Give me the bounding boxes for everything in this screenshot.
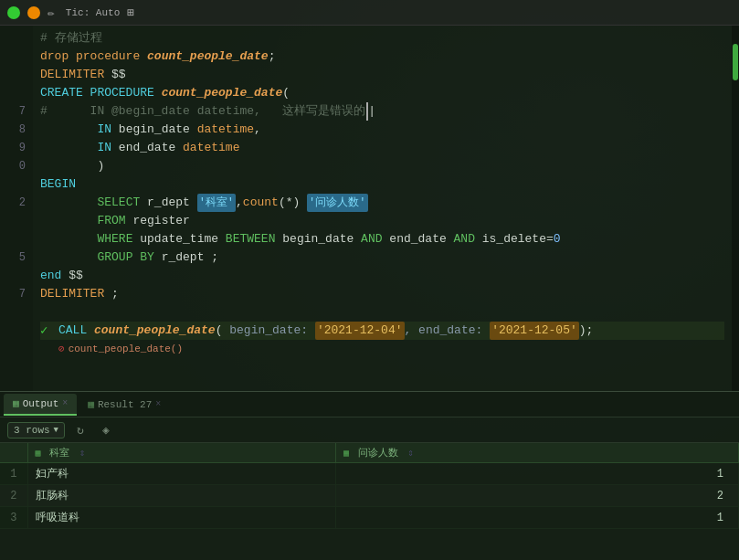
code-line-call: ✓ CALL count_people_date ( begin_date: '… [40, 322, 724, 340]
pin-button[interactable]: ◈ [96, 420, 116, 440]
tab-output-label: Output [23, 398, 59, 409]
error-circle-icon: ⊘ [58, 340, 65, 358]
code-line-drop: drop procedure count_people_date ; [40, 48, 724, 66]
code-line-from: FROM register [40, 212, 724, 230]
row2-dept: 肛肠科 [27, 485, 336, 507]
toolbar-dot-green [7, 6, 20, 19]
code-line-create: CREATE PROCEDURE count_people_date ( [40, 84, 724, 102]
grid-icon[interactable]: ⊞ [127, 5, 134, 20]
row3-num: 3 [0, 507, 27, 529]
scrollbar[interactable] [732, 26, 739, 391]
code-line-param1: IN begin_date datetime , [40, 121, 724, 139]
tab-output-close[interactable]: × [62, 398, 68, 408]
toolbar-title: Tic: Auto [66, 7, 120, 18]
code-line-error: ⊘ count_people_date() [40, 340, 724, 358]
rows-label: 3 rows [14, 425, 50, 436]
comment-text: # 存储过程 [40, 29, 102, 48]
table-row: 1 妇产科 1 [0, 463, 739, 485]
row3-dept: 呼吸道科 [27, 507, 336, 529]
col-dept-sort[interactable]: ⇕ [79, 448, 86, 459]
code-line-delimiter1: DELIMITER $$ [40, 66, 724, 84]
tab-result-close[interactable]: × [155, 399, 161, 409]
toolbar-dot-orange [27, 6, 40, 19]
col-dept-label: 科室 [49, 448, 69, 459]
table-header-row: ▦ 科室 ⇕ ▦ 问诊人数 ⇕ [0, 443, 739, 463]
row1-num: 1 [0, 463, 27, 485]
editor-container: ✏ Tic: Auto ⊞ 7 8 9 0 2 5 7 [0, 0, 739, 560]
code-line-select: SELECT r_dept '科室' , count (*) '问诊人数' [40, 194, 724, 212]
chevron-down-icon: ▼ [54, 426, 58, 435]
pen-icon[interactable]: ✏ [48, 5, 55, 20]
col-count-header: ▦ 问诊人数 ⇕ [336, 443, 739, 463]
code-line-delimiter2: DELIMITER ; [40, 285, 724, 303]
data-table: ▦ 科室 ⇕ ▦ 问诊人数 ⇕ 1 妇产科 [0, 443, 739, 529]
row2-num: 2 [0, 485, 27, 507]
code-line-paren: ) [40, 157, 724, 175]
code-line-begin: BEGIN [40, 175, 724, 194]
tab-result[interactable]: ▦ Result 27 × [79, 394, 170, 416]
check-icon: ✓ [40, 322, 48, 340]
refresh-button[interactable]: ↻ [70, 420, 90, 440]
col-dept-header: ▦ 科室 ⇕ [27, 443, 336, 463]
tab-result-label: Result 27 [98, 399, 152, 410]
code-line-comment: # 存储过程 [40, 29, 724, 48]
row3-count: 1 [336, 507, 739, 529]
code-line-groupby: GROUP BY r_dept ; [40, 248, 724, 267]
panel-tabs: ▦ Output × ▦ Result 27 × [0, 392, 739, 417]
code-line-where: WHERE update_time BETWEEN begin_date AND… [40, 230, 724, 248]
scroll-thumb [733, 44, 738, 80]
bottom-panel: ▦ Output × ▦ Result 27 × 3 rows ▼ ↻ ◈ [0, 391, 739, 560]
rows-selector[interactable]: 3 rows ▼ [7, 422, 65, 438]
code-line-blank [40, 303, 724, 322]
code-editor: 7 8 9 0 2 5 7 # 存储过程 drop procedure coun… [0, 26, 739, 391]
col-count-sort[interactable]: ⇕ [407, 448, 414, 459]
code-line-end: end $$ [40, 267, 724, 285]
error-text: count_people_date() [69, 340, 183, 358]
panel-toolbar: 3 rows ▼ ↻ ◈ [0, 417, 739, 443]
table-row: 2 肛肠科 2 [0, 485, 739, 507]
row2-count: 2 [336, 485, 739, 507]
code-line-commented-param: # IN @begin_date datetime, 这样写是错误的 | [40, 102, 724, 121]
tab-output[interactable]: ▦ Output × [4, 394, 77, 416]
table-row: 3 呼吸道科 1 [0, 507, 739, 529]
row1-dept: 妇产科 [27, 463, 336, 485]
output-tab-icon: ▦ [13, 397, 19, 409]
line-numbers: 7 8 9 0 2 5 7 [0, 26, 33, 391]
result-tab-icon: ▦ [88, 398, 94, 410]
toolbar: ✏ Tic: Auto ⊞ [0, 0, 739, 26]
code-content[interactable]: # 存储过程 drop procedure count_people_date … [33, 26, 732, 391]
col-num-header [0, 443, 27, 463]
row1-count: 1 [336, 463, 739, 485]
code-line-param2: IN end_date datetime [40, 139, 724, 157]
col-count-icon: ▦ [343, 449, 349, 459]
result-table: ▦ 科室 ⇕ ▦ 问诊人数 ⇕ 1 妇产科 [0, 443, 739, 560]
col-count-label: 问诊人数 [358, 448, 398, 459]
col-dept-icon: ▦ [36, 449, 41, 459]
